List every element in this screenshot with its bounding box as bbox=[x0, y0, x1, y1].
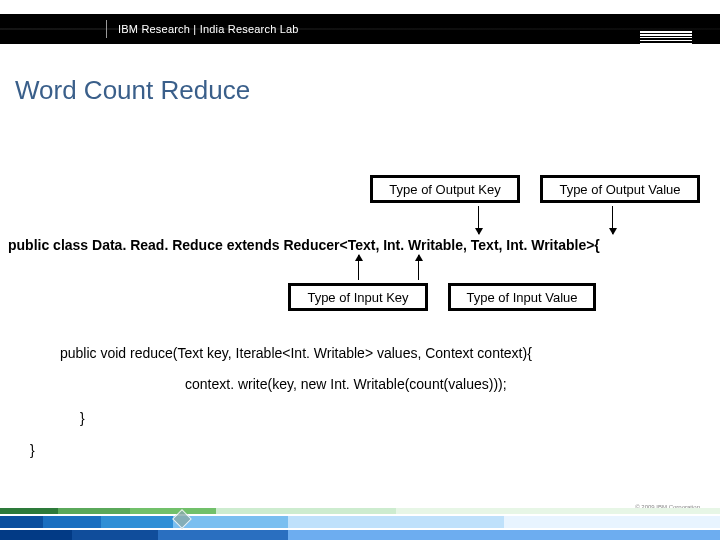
annotation-input-value: Type of Input Value bbox=[448, 283, 596, 311]
ibm-logo-icon bbox=[640, 31, 692, 53]
code-close-class: } bbox=[30, 442, 35, 458]
arrow-up-icon bbox=[358, 255, 359, 280]
code-close-method: } bbox=[80, 410, 85, 426]
code-method-signature: public void reduce(Text key, Iterable<In… bbox=[60, 345, 532, 361]
footer: © 2009 IBM Corporation bbox=[0, 498, 720, 540]
footer-stripe-blue-dark bbox=[0, 530, 720, 540]
footer-stripe-green bbox=[0, 508, 720, 514]
arrow-down-icon bbox=[612, 206, 613, 234]
header-sep: | bbox=[190, 23, 200, 35]
annotation-input-key: Type of Input Key bbox=[288, 283, 428, 311]
header-text: IBM Research | India Research Lab bbox=[118, 23, 299, 35]
code-class-signature: public class Data. Read. Reduce extends … bbox=[8, 237, 600, 253]
code-body-line: context. write(key, new Int. Writable(co… bbox=[185, 376, 507, 392]
footer-stripe-blue-light bbox=[0, 516, 720, 528]
annotation-output-value: Type of Output Value bbox=[540, 175, 700, 203]
header-lab: India Research Lab bbox=[200, 23, 299, 35]
annotation-output-key: Type of Output Key bbox=[370, 175, 520, 203]
header-bar: IBM Research | India Research Lab bbox=[0, 14, 720, 44]
header-org: IBM Research bbox=[118, 23, 190, 35]
arrow-up-icon bbox=[418, 255, 419, 280]
arrow-down-icon bbox=[478, 206, 479, 234]
slide-title: Word Count Reduce bbox=[15, 75, 250, 106]
header-divider bbox=[106, 20, 107, 38]
